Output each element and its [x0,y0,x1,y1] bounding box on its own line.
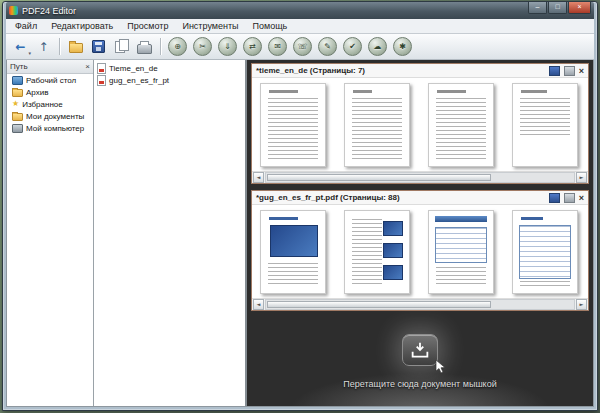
page-heading [521,217,543,220]
pages-icon [115,41,125,53]
document-header-icons: × [549,66,584,76]
maximize-button[interactable]: □ [548,2,567,14]
tree-item-archive[interactable]: Архив [7,86,93,98]
print-button[interactable] [134,37,155,57]
fax-icon: ☏ [297,43,307,51]
back-button[interactable]: ← ▾ [10,37,31,57]
split-icon: ✂ [199,43,206,51]
pdf-file-icon [97,63,106,74]
save-doc-icon[interactable] [549,193,560,203]
scrollbar-thumb[interactable] [267,174,491,181]
page-text-lines [520,98,570,136]
merge-icon: ⊕ [174,43,181,51]
folders-panel-title: Путь [10,62,28,71]
tool-approve-button[interactable]: ✔ [343,37,362,56]
up-button[interactable]: ↑ [33,37,54,57]
window-title: PDF24 Editor [22,6,76,16]
tool-compress-button[interactable]: ⇓ [218,37,237,56]
arrow-into-tray-icon [410,341,430,359]
open-file-button[interactable] [65,37,86,57]
page-thumbnail[interactable] [260,210,326,294]
page-heading [437,90,466,93]
scroll-right-icon[interactable]: ► [576,299,587,310]
page-text-lines [520,281,570,287]
scroll-left-icon[interactable]: ◄ [253,299,264,310]
scroll-left-icon[interactable]: ◄ [253,172,264,183]
file-item[interactable]: Tieme_en_de [94,62,245,74]
menu-edit[interactable]: Редактировать [44,21,120,31]
page-thumbnail[interactable] [260,83,326,167]
page-thumbnail[interactable] [512,210,578,294]
scrollbar-track[interactable] [265,299,575,310]
menubar: Файл Редактировать Просмотр Инструменты … [6,19,594,34]
document-panel: *gug_en_es_fr_pt.pdf (Страницы: 88) × [251,190,589,311]
menu-file[interactable]: Файл [8,21,44,31]
tree-item-documents[interactable]: Мои документы [7,110,93,122]
tool-split-button[interactable]: ✂ [193,37,212,56]
tree-item-computer[interactable]: Мой компьютер [7,122,93,134]
print-doc-icon[interactable] [564,66,575,76]
computer-icon [12,124,23,133]
menu-help[interactable]: Помощь [246,21,295,31]
tool-email-button[interactable]: ✉ [268,37,287,56]
minimize-button[interactable]: – [528,2,547,14]
drop-zone[interactable]: Перетащите сюда документ мышкой [251,317,589,406]
settings-icon: ✱ [399,43,406,51]
close-panel-icon[interactable]: × [85,63,90,71]
tree-item-desktop[interactable]: Рабочий стол [7,74,93,86]
file-list-panel: Tieme_en_de gug_en_es_fr_pt [94,60,247,406]
save-as-button[interactable] [111,37,132,57]
page-text-lines [466,98,486,160]
tool-cloud-button[interactable]: ☁ [368,37,387,56]
menu-view[interactable]: Просмотр [120,21,175,31]
tree-item-label: Архив [26,88,48,97]
page-image [383,221,403,236]
titlebar[interactable]: PDF24 Editor – □ × [6,2,594,19]
document-area: *tieme_en_de (Страницы: 7) × [247,60,593,406]
tree-item-label: Рабочий стол [26,76,76,85]
scrollbar-track[interactable] [265,172,575,183]
tool-fax-button[interactable]: ☏ [293,37,312,56]
tool-convert-button[interactable]: ⇄ [243,37,262,56]
horizontal-scrollbar: ◄ ► [252,171,588,183]
page-image [270,225,318,257]
save-button[interactable] [88,37,109,57]
page-thumbnail[interactable] [428,210,494,294]
cloud-icon: ☁ [374,43,382,51]
back-icon: ← [15,41,25,53]
page-thumbnail[interactable] [512,83,578,167]
page-thumbnail[interactable] [428,83,494,167]
menu-tools[interactable]: Инструменты [175,21,245,31]
tool-merge-button[interactable]: ⊕ [168,37,187,56]
tool-settings-button[interactable]: ✱ [393,37,412,56]
save-doc-icon[interactable] [549,66,560,76]
scroll-right-icon[interactable]: ► [576,172,587,183]
page-text-lines [352,98,402,160]
page-thumbnails [252,78,588,171]
file-item[interactable]: gug_en_es_fr_pt [94,74,245,86]
tool-sign-button[interactable]: ✎ [318,37,337,56]
page-thumbnail[interactable] [344,210,410,294]
print-doc-icon[interactable] [564,193,575,203]
up-icon: ↑ [38,41,48,53]
folders-panel: Путь × Рабочий стол Архив ★ Избранное [7,60,94,406]
folder-icon [12,113,23,121]
chevron-down-icon: ▾ [28,50,31,56]
desktop-background: PDF24 Editor – □ × Файл Редактировать Пр… [0,0,600,413]
page-heading [521,90,547,93]
close-doc-icon[interactable]: × [579,194,584,202]
page-thumbnail[interactable] [344,83,410,167]
toolbar-separator [59,38,60,55]
compress-icon: ⇓ [224,43,231,51]
tree-item-label: Мой компьютер [26,124,84,133]
tree-item-favorites[interactable]: ★ Избранное [7,98,93,110]
close-doc-icon[interactable]: × [579,67,584,75]
page-thumbnails [252,205,588,298]
page-image [435,216,487,222]
page-heading [269,90,298,93]
close-button[interactable]: × [568,2,591,14]
scrollbar-thumb[interactable] [267,301,491,308]
page-image [383,243,403,258]
horizontal-scrollbar: ◄ ► [252,298,588,310]
page-image [383,265,403,280]
